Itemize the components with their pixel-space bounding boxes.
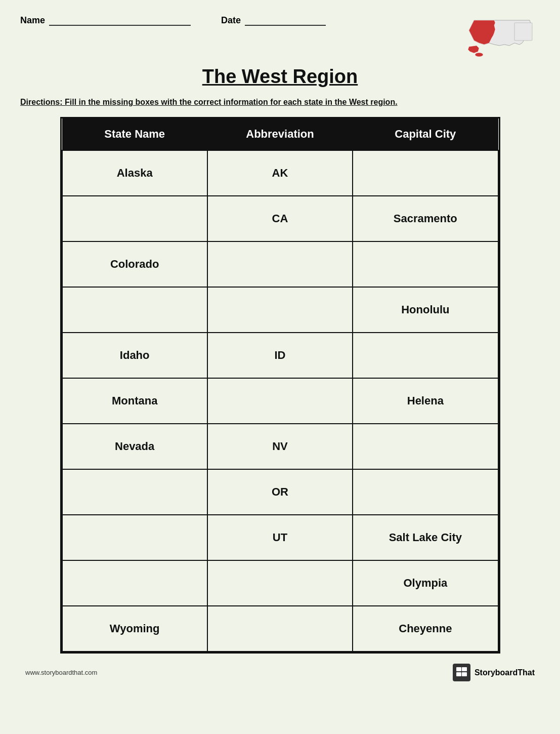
- footer-brand-name: StoryboardThat: [475, 668, 535, 677]
- table-cell-5-0[interactable]: Montana: [62, 378, 207, 424]
- table-cell-2-2[interactable]: [353, 241, 498, 287]
- table-cell-1-1[interactable]: CA: [207, 196, 353, 241]
- table-cell-10-1[interactable]: [207, 606, 353, 651]
- table-row: Honolulu: [62, 287, 498, 333]
- table-cell-9-1[interactable]: [207, 560, 353, 606]
- table-row: IdahoID: [62, 333, 498, 378]
- table-cell-3-0[interactable]: [62, 287, 207, 333]
- footer-brand: StoryboardThat: [453, 664, 535, 681]
- svg-point-2: [475, 53, 483, 57]
- table-cell-4-2[interactable]: [353, 333, 498, 378]
- table-cell-6-2[interactable]: [353, 424, 498, 469]
- directions-label: Directions: [20, 98, 60, 106]
- table-header-row: State Name Abbreviation Capital City: [62, 118, 498, 150]
- date-field: Date: [221, 15, 326, 26]
- date-label: Date: [221, 15, 241, 26]
- table-cell-7-1[interactable]: OR: [207, 469, 353, 515]
- table-cell-0-2[interactable]: [353, 150, 498, 196]
- svg-rect-5: [456, 667, 461, 671]
- main-table-container: State Name Abbreviation Capital City Ala…: [60, 117, 500, 654]
- col-header-capital: Capital City: [353, 118, 498, 150]
- table-cell-3-1[interactable]: [207, 287, 353, 333]
- directions-text: : Fill in the missing boxes with the cor…: [60, 98, 397, 106]
- svg-rect-4: [514, 23, 532, 40]
- table-cell-8-2[interactable]: Salt Lake City: [353, 515, 498, 560]
- page-title: The West Region: [20, 66, 540, 88]
- table-row: OR: [62, 469, 498, 515]
- table-cell-7-2[interactable]: [353, 469, 498, 515]
- table-row: NevadaNV: [62, 424, 498, 469]
- table-cell-0-1[interactable]: AK: [207, 150, 353, 196]
- table-cell-4-0[interactable]: Idaho: [62, 333, 207, 378]
- table-cell-4-1[interactable]: ID: [207, 333, 353, 378]
- col-header-abbrev: Abbreviation: [207, 118, 353, 150]
- name-input-line[interactable]: [49, 16, 191, 26]
- table-row: Olympia: [62, 560, 498, 606]
- date-input-line[interactable]: [245, 16, 326, 26]
- header-section: Name Date: [20, 15, 540, 61]
- states-table: State Name Abbreviation Capital City Ala…: [62, 118, 499, 652]
- name-label: Name: [20, 15, 45, 26]
- table-cell-3-2[interactable]: Honolulu: [353, 287, 498, 333]
- svg-rect-7: [456, 672, 461, 676]
- table-cell-10-0[interactable]: Wyoming: [62, 606, 207, 651]
- table-cell-1-0[interactable]: [62, 196, 207, 241]
- footer: www.storyboardthat.com StoryboardThat: [20, 664, 540, 681]
- table-cell-6-0[interactable]: Nevada: [62, 424, 207, 469]
- table-cell-6-1[interactable]: NV: [207, 424, 353, 469]
- table-row: WyomingCheyenne: [62, 606, 498, 651]
- storyboard-logo-icon: [453, 664, 470, 681]
- table-cell-5-1[interactable]: [207, 378, 353, 424]
- us-map-svg: [464, 15, 540, 61]
- table-row: Colorado: [62, 241, 498, 287]
- table-row: CASacramento: [62, 196, 498, 241]
- svg-marker-3: [468, 46, 479, 53]
- table-row: AlaskaAK: [62, 150, 498, 196]
- title-section: The West Region: [20, 66, 540, 88]
- directions: Directions: Fill in the missing boxes wi…: [20, 98, 540, 107]
- table-cell-9-2[interactable]: Olympia: [353, 560, 498, 606]
- table-cell-8-1[interactable]: UT: [207, 515, 353, 560]
- footer-website: www.storyboardthat.com: [25, 669, 97, 676]
- table-cell-5-2[interactable]: Helena: [353, 378, 498, 424]
- table-cell-9-0[interactable]: [62, 560, 207, 606]
- table-row: UTSalt Lake City: [62, 515, 498, 560]
- name-date-row: Name Date: [20, 15, 410, 26]
- map-image: [464, 15, 540, 61]
- table-cell-8-0[interactable]: [62, 515, 207, 560]
- table-cell-2-1[interactable]: [207, 241, 353, 287]
- table-cell-1-2[interactable]: Sacramento: [353, 196, 498, 241]
- name-field: Name: [20, 15, 191, 26]
- table-cell-10-2[interactable]: Cheyenne: [353, 606, 498, 651]
- table-cell-7-0[interactable]: [62, 469, 207, 515]
- table-cell-0-0[interactable]: Alaska: [62, 150, 207, 196]
- table-cell-2-0[interactable]: Colorado: [62, 241, 207, 287]
- col-header-state: State Name: [62, 118, 207, 150]
- table-row: MontanaHelena: [62, 378, 498, 424]
- svg-rect-8: [462, 672, 467, 676]
- svg-rect-6: [462, 667, 467, 671]
